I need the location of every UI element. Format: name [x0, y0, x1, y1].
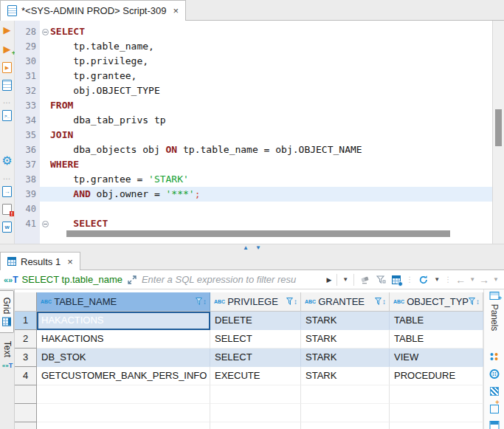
cell[interactable]: DB_STOK: [37, 349, 210, 367]
code-line-39[interactable]: 39 AND obj.owner = '***';: [15, 187, 492, 202]
value-viewer-icon[interactable]: [490, 353, 498, 361]
column-header-object_type[interactable]: ABCOBJECT_TYPE↕: [390, 292, 483, 312]
settings-gear-icon[interactable]: ⚙: [1, 154, 13, 167]
cell[interactable]: HAKACTIONS: [37, 330, 210, 349]
column-header-table_name[interactable]: ABCTABLE_NAME↕: [37, 292, 210, 312]
cell: [390, 385, 483, 404]
results-tab[interactable]: Results 1 ×: [0, 252, 80, 270]
code-line-28[interactable]: 28SELECT: [15, 24, 492, 39]
close-icon[interactable]: ×: [67, 256, 73, 267]
editor-results-splitter[interactable]: ▲ ▼: [0, 244, 504, 252]
close-icon[interactable]: ×: [173, 5, 179, 16]
code-line-29[interactable]: 29 tp.table_name,: [15, 39, 492, 54]
row-number[interactable]: 4: [15, 367, 37, 385]
cell[interactable]: STARK: [301, 330, 390, 349]
code-line-32[interactable]: 32 obj.OBJECT_TYPE: [15, 83, 492, 98]
sql-script-icon: [7, 5, 17, 16]
references-icon[interactable]: [489, 369, 499, 379]
code-line-36[interactable]: 36 dba_objects obj ON tp.table_name = ob…: [15, 143, 492, 157]
code-line-33[interactable]: 33FROM: [15, 98, 492, 113]
splitter-down-icon[interactable]: ▼: [255, 245, 261, 251]
code-line-31[interactable]: 31 tp.grantee,: [15, 69, 492, 83]
code-line-40[interactable]: 40: [15, 202, 492, 216]
column-header-privilege[interactable]: ABCPRIVILEGE↕: [210, 292, 301, 312]
tab-text-presentation[interactable]: Text «»T: [0, 335, 14, 377]
table-row: 3DB_STOKSELECTSTARKVIEW: [15, 349, 483, 367]
editor-tab[interactable]: *<SYS-ADMIN PROD> Script-309 ×: [0, 0, 186, 21]
sql-filter-icon: «»T: [4, 275, 18, 285]
fetch-back-icon[interactable]: ←: [455, 275, 466, 285]
cell[interactable]: HAKACTIONS: [37, 312, 210, 330]
cell[interactable]: STARK: [301, 312, 390, 330]
editor-horizontal-scrollbar[interactable]: [66, 230, 450, 237]
refresh-icon[interactable]: [418, 275, 429, 285]
sql-console-icon[interactable]: >_: [2, 110, 12, 121]
filter-history-dropdown-icon[interactable]: ▼: [342, 276, 348, 283]
editor-vertical-scrollbar[interactable]: [495, 109, 502, 146]
editor-region: ▶▶+▶…>_⚙…→!w 28SELECT29 tp.table_name,30…: [0, 21, 504, 244]
explain-plan-icon[interactable]: [2, 80, 12, 91]
filter-sort-icon[interactable]: ↕: [375, 298, 386, 306]
divider: [353, 274, 354, 286]
execute-script-icon[interactable]: ▶: [2, 62, 12, 73]
code-line-30[interactable]: 30 tp.privilege,: [15, 54, 492, 69]
grid-corner-cell[interactable]: [15, 292, 37, 312]
row-number[interactable]: 3: [15, 349, 37, 367]
code-line-41[interactable]: 41 SELECT: [15, 216, 492, 231]
grid-settings-icon[interactable]: [392, 275, 401, 284]
code-lines: 28SELECT29 tp.table_name,30 tp.privilege…: [15, 21, 492, 231]
text-presentation-icon: «»T: [1, 362, 12, 369]
text-tab-label: Text: [2, 341, 13, 357]
filter-sort-icon[interactable]: ↕: [469, 298, 480, 306]
next-query-icon[interactable]: →: [2, 186, 12, 197]
cell[interactable]: TABLE: [390, 330, 483, 349]
fetch-forward-icon[interactable]: →: [479, 275, 489, 285]
code-line-34[interactable]: 34 dba_tab_privs tp: [15, 113, 492, 128]
filter-query-text[interactable]: SELECT tp.table_name: [22, 274, 122, 285]
splitter-up-icon[interactable]: ▲: [243, 245, 249, 251]
save-file-error-icon[interactable]: !: [2, 204, 12, 215]
row-number[interactable]: 1: [15, 312, 37, 330]
sql-editor[interactable]: 28SELECT29 tp.table_name,30 tp.privilege…: [15, 21, 492, 244]
presentation-switcher: Grid Text «»T: [0, 289, 15, 429]
expand-filter-icon[interactable]: [128, 275, 137, 284]
execute-statement-icon[interactable]: ▶: [1, 24, 13, 36]
execute-statement-new-tab-icon[interactable]: ▶+: [1, 43, 13, 55]
cell[interactable]: EXECUTE: [210, 367, 301, 385]
grid-header: ABCTABLE_NAME↕ABCPRIVILEGE↕ABCGRANTEE↕AB…: [15, 292, 483, 312]
grouping-panel-icon[interactable]: [489, 421, 499, 429]
cell[interactable]: STARK: [301, 349, 390, 367]
filters-menu-icon[interactable]: [376, 275, 386, 284]
cell[interactable]: DELETE: [210, 312, 301, 330]
fetch-forward-dropdown-icon[interactable]: ▼: [493, 276, 499, 283]
editor-scrollbar-track[interactable]: [492, 21, 504, 244]
cell[interactable]: VIEW: [390, 349, 483, 367]
cell[interactable]: PROCEDURE: [390, 367, 483, 385]
column-header-grantee[interactable]: ABCGRANTEE↕: [301, 292, 390, 312]
metadata-panel-icon[interactable]: [490, 405, 499, 413]
row-number[interactable]: 2: [15, 330, 37, 349]
tab-grid-presentation[interactable]: Grid: [0, 290, 14, 333]
dbeaver-window: *<SYS-ADMIN PROD> Script-309 × ▶▶+▶…>_⚙……: [0, 0, 504, 429]
cell: [301, 422, 390, 429]
grid-body: 1HAKACTIONSDELETESTARKTABLE2HAKACTIONSSE…: [15, 312, 483, 429]
code-line-37[interactable]: 37WHERE: [15, 157, 492, 172]
erase-filter-icon[interactable]: [360, 275, 370, 284]
refresh-dropdown-icon[interactable]: ▼: [434, 276, 440, 283]
apply-filter-icon[interactable]: ▶: [326, 276, 331, 284]
word-wrap-icon[interactable]: w: [2, 222, 12, 233]
cell[interactable]: TABLE: [390, 312, 483, 330]
cell[interactable]: GETCUSTOMER_BANK_PERS_INFO: [37, 367, 210, 385]
cell[interactable]: SELECT: [210, 330, 301, 349]
code-line-35[interactable]: 35JOIN: [15, 128, 492, 143]
filter-sort-icon[interactable]: ↕: [286, 298, 297, 306]
cell: [390, 422, 483, 429]
maximize-panel-icon[interactable]: [489, 292, 499, 300]
code-line-38[interactable]: 38 tp.grantee = 'STARK': [15, 172, 492, 187]
filter-input[interactable]: Enter a SQL expression to filter resu: [142, 274, 324, 285]
fetch-back-dropdown-icon[interactable]: ▼: [469, 276, 475, 283]
calc-panel-icon[interactable]: [490, 387, 499, 396]
cell[interactable]: STARK: [301, 367, 390, 385]
filter-sort-icon[interactable]: ↕: [196, 298, 207, 306]
cell[interactable]: SELECT: [210, 349, 301, 367]
